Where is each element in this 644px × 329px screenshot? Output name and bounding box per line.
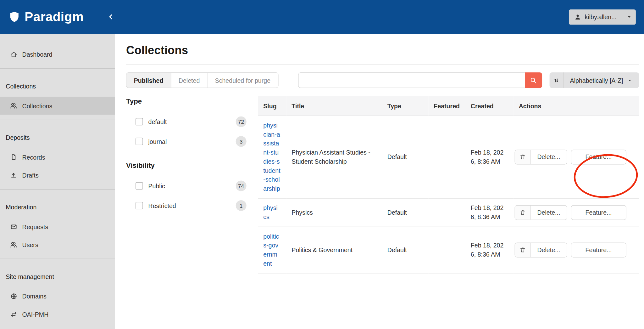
collection-slug-link[interactable]: physician-assistant-studies-student-scho… bbox=[263, 121, 280, 193]
sidebar-divider bbox=[0, 189, 115, 190]
main-content: Collections Published Deleted Scheduled … bbox=[115, 34, 644, 329]
file-icon bbox=[10, 154, 17, 160]
sidebar-section-collections: Collections bbox=[0, 77, 115, 95]
tab-scheduled-for-purge[interactable]: Scheduled for purge bbox=[207, 73, 278, 88]
checkbox-default[interactable] bbox=[136, 118, 143, 126]
globe-icon bbox=[10, 292, 17, 299]
count-badge: 1 bbox=[236, 200, 247, 211]
delete-button[interactable]: Delete... bbox=[531, 243, 567, 257]
sidebar-item-label: Requests bbox=[22, 223, 48, 230]
sidebar-divider bbox=[0, 120, 115, 120]
sidebar-item-label: Domains bbox=[22, 292, 47, 299]
sidebar-item-users[interactable]: Users bbox=[0, 235, 115, 253]
sidebar-section-moderation: Moderation bbox=[0, 198, 115, 216]
header-slug: Slug bbox=[258, 96, 286, 116]
filter-option-default: default 72 bbox=[126, 112, 247, 132]
filter-option-label: Public bbox=[148, 182, 165, 189]
user-menu-button[interactable]: kilby.allen... bbox=[569, 9, 636, 24]
sidebar-item-label: Users bbox=[22, 241, 38, 248]
trash-icon bbox=[519, 247, 526, 253]
sort-controls: Alphabetically [A-Z] bbox=[549, 72, 639, 88]
sidebar-collapse-button[interactable] bbox=[107, 13, 115, 21]
top-navbar: Paradigm kilby.allen... bbox=[0, 0, 644, 34]
checkbox-journal[interactable] bbox=[136, 138, 143, 145]
row-actions: Delete... Feature... bbox=[515, 150, 636, 164]
sidebar-item-records[interactable]: Records bbox=[0, 148, 115, 166]
delete-button-group: Delete... bbox=[515, 150, 567, 164]
checkbox-restricted[interactable] bbox=[136, 202, 143, 209]
content-row: Type default 72 journal 3 Visibility bbox=[126, 96, 639, 273]
filter-options-visibility: Public 74 Restricted 1 bbox=[126, 176, 247, 215]
envelope-icon bbox=[10, 223, 17, 230]
filter-option-restricted: Restricted 1 bbox=[126, 196, 247, 216]
header-type: Type bbox=[382, 96, 429, 116]
collections-table: Slug Title Type Featured Created Actions… bbox=[258, 96, 639, 273]
brand-name: Paradigm bbox=[25, 9, 84, 24]
filter-title-type: Type bbox=[126, 96, 247, 107]
sidebar-item-oai-pmh[interactable]: OAI-PMH bbox=[0, 305, 115, 323]
filter-option-journal: journal 3 bbox=[126, 132, 247, 151]
tab-published[interactable]: Published bbox=[126, 73, 171, 88]
users-icon bbox=[10, 102, 17, 110]
collection-title: Politics & Government bbox=[286, 227, 382, 273]
delete-button-group: Delete... bbox=[515, 205, 567, 220]
sidebar-item-label: OAI-PMH bbox=[22, 311, 49, 318]
search-bar bbox=[298, 72, 542, 88]
sidebar-item-drafts[interactable]: Drafts bbox=[0, 166, 115, 184]
collection-featured bbox=[428, 227, 465, 273]
delete-icon-button[interactable] bbox=[515, 205, 531, 219]
trash-icon bbox=[519, 154, 526, 160]
collection-type: Default bbox=[382, 116, 429, 198]
search-icon bbox=[530, 77, 537, 84]
collection-created: Feb 18, 2026, 8:36 AM bbox=[471, 148, 505, 166]
table-row: physician-assistant-studies-student-scho… bbox=[258, 116, 639, 198]
search-button[interactable] bbox=[525, 72, 542, 88]
sidebar: Dashboard Collections Collections Deposi… bbox=[0, 34, 115, 329]
sidebar-section-site-management: Site management bbox=[0, 267, 115, 285]
checkbox-public[interactable] bbox=[136, 182, 143, 190]
exchange-arrows-icon bbox=[10, 311, 17, 318]
delete-icon-button[interactable] bbox=[515, 150, 531, 164]
feature-button[interactable]: Feature... bbox=[571, 242, 626, 257]
sort-direction-button[interactable] bbox=[549, 72, 563, 88]
sidebar-item-dashboard[interactable]: Dashboard bbox=[0, 45, 115, 63]
sidebar-divider bbox=[0, 68, 115, 69]
users-icon bbox=[10, 241, 17, 248]
brand-logo[interactable]: Paradigm bbox=[8, 9, 84, 24]
sort-order-dropdown[interactable]: Alphabetically [A-Z] bbox=[564, 72, 639, 88]
user-icon bbox=[574, 13, 581, 20]
sidebar-item-collections[interactable]: Collections bbox=[0, 97, 115, 115]
table-header-row: Slug Title Type Featured Created Actions bbox=[258, 96, 639, 116]
page-title: Collections bbox=[126, 44, 639, 57]
sidebar-item-label: Dashboard bbox=[22, 51, 53, 58]
sidebar-section-deposits: Deposits bbox=[0, 128, 115, 146]
collection-type: Default bbox=[382, 227, 429, 273]
header-created: Created bbox=[465, 96, 514, 116]
sort-order-label: Alphabetically [A-Z] bbox=[570, 77, 623, 84]
status-tab-group: Published Deleted Scheduled for purge bbox=[126, 72, 278, 88]
header-title: Title bbox=[286, 96, 382, 116]
caret-down-icon bbox=[627, 77, 632, 83]
feature-button[interactable]: Feature... bbox=[571, 150, 626, 164]
feature-button[interactable]: Feature... bbox=[571, 205, 626, 220]
collection-slug-link[interactable]: politics-government bbox=[263, 232, 280, 268]
home-icon bbox=[10, 51, 17, 58]
sidebar-item-domains[interactable]: Domains bbox=[0, 287, 115, 305]
collection-title: Physician Assistant Studies - Student Sc… bbox=[286, 116, 382, 198]
delete-icon-button[interactable] bbox=[515, 243, 531, 257]
delete-button[interactable]: Delete... bbox=[531, 150, 567, 164]
delete-button-group: Delete... bbox=[515, 242, 567, 257]
search-input[interactable] bbox=[298, 72, 525, 88]
collection-title: Physics bbox=[286, 198, 382, 227]
delete-button[interactable]: Delete... bbox=[531, 205, 567, 219]
tab-deleted[interactable]: Deleted bbox=[171, 73, 207, 88]
collection-created: Feb 18, 2026, 8:36 AM bbox=[471, 241, 505, 259]
sidebar-item-label: Drafts bbox=[22, 172, 39, 179]
trash-icon bbox=[519, 209, 526, 216]
count-badge: 74 bbox=[236, 180, 247, 191]
sidebar-item-requests[interactable]: Requests bbox=[0, 218, 115, 235]
collection-slug-link[interactable]: physics bbox=[263, 203, 280, 221]
collection-featured bbox=[428, 198, 465, 227]
filter-options-type: default 72 journal 3 bbox=[126, 112, 247, 151]
filter-title-visibility: Visibility bbox=[126, 160, 247, 171]
